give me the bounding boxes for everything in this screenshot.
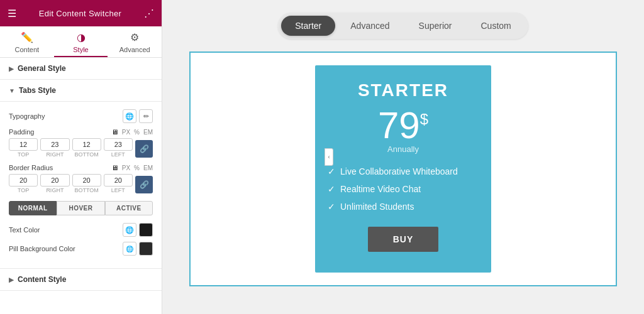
state-hover-button[interactable]: HOVER <box>57 201 104 215</box>
padding-inputs: TOP RIGHT BOTTOM LEFT <box>9 138 133 158</box>
right-panel: Starter Advanced Superior Custom STARTER… <box>162 0 644 314</box>
tabs-style-arrow: ▼ <box>9 87 15 94</box>
radius-left-group: LEFT <box>104 174 133 193</box>
tabs-style-header[interactable]: ▼ Tabs Style <box>0 80 162 102</box>
radius-right-input[interactable] <box>40 174 69 187</box>
panel-header: ☰ Edit Content Switcher ⋰ <box>0 0 162 26</box>
menu-icon[interactable]: ☰ <box>8 8 16 19</box>
price-value: 79 <box>378 107 420 144</box>
state-normal-button[interactable]: NORMAL <box>9 201 57 215</box>
panel-tabs: ✏️ Content ◑ Style ⚙ Advanced <box>0 26 162 58</box>
radius-top-input[interactable] <box>9 174 38 187</box>
tab-style[interactable]: ◑ Style <box>54 26 108 57</box>
feature-2: ✓ Realtime Video Chat <box>328 184 479 194</box>
advanced-icon: ⚙ <box>130 31 139 43</box>
panel-title: Edit Content Switcher <box>39 9 121 18</box>
price-features: ✓ Live Collaborative Whiteboard ✓ Realti… <box>328 166 479 212</box>
general-style-section[interactable]: ▶ General Style <box>0 58 162 80</box>
radius-link-button[interactable]: 🔗 <box>135 176 153 193</box>
pill-bg-color-controls: 🌐 <box>123 242 153 256</box>
text-color-controls: 🌐 <box>123 223 153 237</box>
collapse-panel-arrow[interactable]: ‹ <box>325 148 333 166</box>
border-radius-inputs: TOP RIGHT BOTTOM LEFT <box>9 174 133 193</box>
style-icon: ◑ <box>77 31 86 43</box>
price-period: Annually <box>387 144 419 154</box>
price-card: STARTER 79 $ Annually ✓ Live Collaborati… <box>315 65 491 273</box>
padding-right-input[interactable] <box>40 138 69 151</box>
pill-bg-swatch[interactable] <box>139 242 153 256</box>
padding-inputs-row: TOP RIGHT BOTTOM LEFT 🔗 <box>9 138 153 159</box>
price-card-title: STARTER <box>358 80 448 100</box>
typography-edit-icon[interactable]: ✏ <box>139 109 153 123</box>
padding-left-group: LEFT <box>104 138 133 158</box>
check-icon-2: ✓ <box>328 184 335 194</box>
padding-top-group: TOP <box>9 138 38 158</box>
grid-icon[interactable]: ⋰ <box>144 8 154 19</box>
padding-monitor-icon: 🖥 <box>111 128 118 136</box>
radius-bottom-input[interactable] <box>72 174 101 187</box>
check-icon-1: ✓ <box>328 166 335 176</box>
panel-content: ▶ General Style ▼ Tabs Style Typography … <box>0 58 162 314</box>
radius-left-input[interactable] <box>104 174 133 187</box>
padding-link-button[interactable]: 🔗 <box>135 140 153 158</box>
padding-label-row: Padding 🖥 PX % EM <box>9 128 153 136</box>
tab-advanced[interactable]: ⚙ Advanced <box>108 26 162 57</box>
radius-bottom-group: BOTTOM <box>72 174 101 193</box>
feature-3: ✓ Unlimited Students <box>328 202 479 212</box>
border-radius-monitor-icon: 🖥 <box>111 164 118 171</box>
general-style-arrow: ▶ <box>9 65 14 72</box>
switcher-tabs: Starter Advanced Superior Custom <box>278 13 528 39</box>
pill-bg-globe-icon[interactable]: 🌐 <box>123 242 136 256</box>
content-preview: STARTER 79 $ Annually ✓ Live Collaborati… <box>189 51 617 286</box>
radius-right-group: RIGHT <box>40 174 69 193</box>
switcher-tab-superior[interactable]: Superior <box>405 16 466 36</box>
price-currency: $ <box>420 112 428 127</box>
switcher-tab-custom[interactable]: Custom <box>467 16 525 36</box>
typography-globe-icon[interactable]: 🌐 <box>123 109 136 123</box>
content-icon: ✏️ <box>21 31 33 43</box>
border-radius-inputs-row: TOP RIGHT BOTTOM LEFT 🔗 <box>9 174 153 195</box>
pill-bg-color-row: Pill Background Color 🌐 <box>9 242 153 256</box>
price-amount: 79 $ <box>378 107 428 144</box>
radius-top-group: TOP <box>9 174 38 193</box>
padding-top-input[interactable] <box>9 138 38 151</box>
left-panel: ☰ Edit Content Switcher ⋰ ✏️ Content ◑ S… <box>0 0 162 314</box>
padding-left-input[interactable] <box>104 138 133 151</box>
text-color-globe-icon[interactable]: 🌐 <box>123 223 136 237</box>
content-style-section[interactable]: ▶ Content Style <box>0 269 162 291</box>
switcher-tab-advanced[interactable]: Advanced <box>336 16 403 36</box>
text-color-row: Text Color 🌐 <box>9 223 153 237</box>
state-buttons: NORMAL HOVER ACTIVE <box>9 201 153 215</box>
padding-bottom-input[interactable] <box>72 138 101 151</box>
typography-icons: 🌐 ✏ <box>123 109 153 123</box>
check-icon-3: ✓ <box>328 202 335 212</box>
padding-bottom-group: BOTTOM <box>72 138 101 158</box>
padding-right-group: RIGHT <box>40 138 69 158</box>
feature-1: ✓ Live Collaborative Whiteboard <box>328 166 479 176</box>
buy-button[interactable]: BUY <box>368 227 439 252</box>
state-active-button[interactable]: ACTIVE <box>105 201 153 215</box>
tab-content[interactable]: ✏️ Content <box>0 26 54 57</box>
typography-row: Typography 🌐 ✏ <box>9 109 153 123</box>
text-color-swatch[interactable] <box>139 223 153 237</box>
switcher-tab-starter[interactable]: Starter <box>281 16 335 36</box>
content-style-arrow: ▶ <box>9 276 14 283</box>
tabs-style-body: Typography 🌐 ✏ Padding 🖥 PX % EM TOP <box>0 102 162 269</box>
border-radius-label-row: Border Radius 🖥 PX % EM <box>9 164 153 171</box>
